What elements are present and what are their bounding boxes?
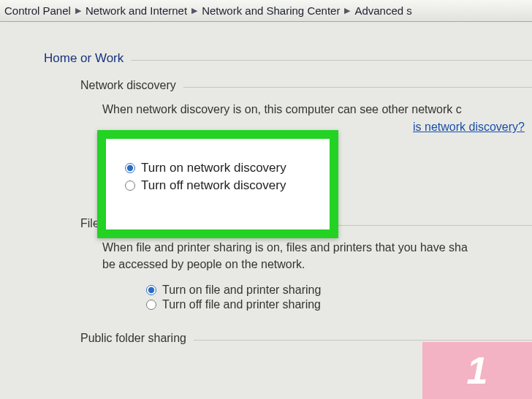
section-description: be accessed by people on the network. <box>102 256 532 273</box>
watermark-text: 1 <box>467 349 488 392</box>
network-discovery-off-radio[interactable]: Turn off network discovery <box>125 178 315 193</box>
breadcrumb: Control Panel ▶ Network and Internet ▶ N… <box>0 0 532 22</box>
section-title: Network discovery <box>80 79 176 92</box>
breadcrumb-item[interactable]: Network and Internet <box>83 4 190 17</box>
section-title: Public folder sharing <box>80 332 186 345</box>
radio-label: Turn on network discovery <box>141 161 286 175</box>
radio-label: Turn off file and printer sharing <box>162 298 321 311</box>
section-title: File <box>80 217 99 230</box>
section-header-network-discovery: Network discovery <box>80 79 532 92</box>
section-description: When network discovery is on, this compu… <box>102 101 532 118</box>
profile-header: Home or Work <box>44 51 532 66</box>
separator-line <box>194 340 532 341</box>
network-discovery-on-radio[interactable]: Turn on network discovery <box>125 161 315 175</box>
breadcrumb-item[interactable]: Network and Sharing Center <box>199 4 343 17</box>
chevron-right-icon: ▶ <box>343 6 352 15</box>
chevron-right-icon: ▶ <box>74 6 83 15</box>
breadcrumb-item[interactable]: Control Panel <box>1 4 74 17</box>
breadcrumb-item[interactable]: Advanced s <box>352 4 414 17</box>
section-description: When file and printer sharing is on, fil… <box>102 239 532 256</box>
watermark-badge: 1 <box>422 342 532 399</box>
file-sharing-on-radio[interactable]: Turn on file and printer sharing <box>146 284 532 297</box>
what-is-network-discovery-link[interactable]: is network discovery? <box>413 121 525 133</box>
radio-input[interactable] <box>125 163 135 173</box>
radio-input[interactable] <box>146 300 156 310</box>
highlight-callout: Turn on network discovery Turn off netwo… <box>97 130 338 238</box>
chevron-right-icon: ▶ <box>190 6 199 15</box>
radio-input[interactable] <box>146 285 156 295</box>
radio-label: Turn off network discovery <box>141 178 286 193</box>
radio-input[interactable] <box>125 180 135 191</box>
file-sharing-off-radio[interactable]: Turn off file and printer sharing <box>146 298 532 311</box>
separator-line <box>183 87 532 88</box>
profile-title: Home or Work <box>44 51 123 66</box>
separator-line <box>131 60 532 61</box>
radio-label: Turn on file and printer sharing <box>162 284 321 297</box>
file-sharing-radio-group: Turn on file and printer sharing Turn of… <box>146 284 532 311</box>
